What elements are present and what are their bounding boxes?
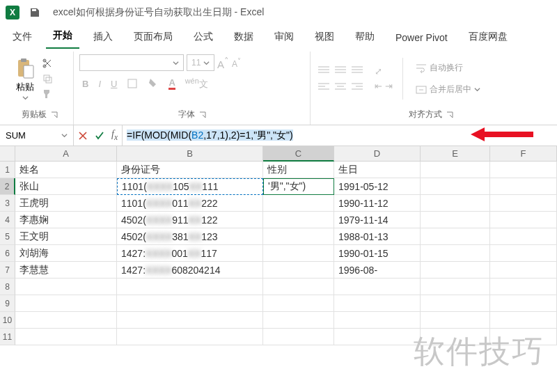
tab-data[interactable]: 数据 bbox=[227, 25, 260, 49]
col-header-D[interactable]: D bbox=[334, 146, 421, 162]
formula-bar[interactable]: =IF(MOD(MID(B2,17,1),2)=1,"男","女") bbox=[123, 125, 557, 146]
row-header-1[interactable]: 1 bbox=[0, 162, 15, 178]
save-icon[interactable] bbox=[29, 7, 40, 18]
merge-center-button[interactable]: 合并后居中 bbox=[413, 82, 483, 97]
cell-C2[interactable]: '男","女") bbox=[263, 178, 334, 195]
cell-C7[interactable] bbox=[263, 262, 334, 279]
tab-home[interactable]: 开始 bbox=[46, 24, 79, 49]
cell-F5[interactable] bbox=[490, 228, 557, 245]
align-left-icon[interactable] bbox=[316, 79, 331, 95]
cell-E7[interactable] bbox=[421, 262, 490, 279]
dialog-launcher-icon[interactable] bbox=[51, 111, 58, 118]
grow-font-icon[interactable]: A˄ bbox=[217, 56, 229, 70]
row-header-7[interactable]: 7 bbox=[0, 262, 15, 279]
cell-F3[interactable] bbox=[490, 195, 557, 212]
cell-A4[interactable]: 李惠娴 bbox=[15, 212, 117, 228]
tab-baidupan[interactable]: 百度网盘 bbox=[462, 25, 515, 49]
cell-B3[interactable]: 1101(XXXX011XX222 bbox=[117, 195, 263, 212]
cell-D6[interactable]: 1990-01-15 bbox=[334, 245, 421, 262]
align-middle-icon[interactable] bbox=[333, 63, 348, 78]
cell-C5[interactable] bbox=[263, 228, 334, 245]
cell-C10[interactable] bbox=[263, 312, 334, 329]
cell-D10[interactable] bbox=[334, 312, 421, 329]
align-center-icon[interactable] bbox=[333, 79, 348, 95]
cell-B2[interactable]: 1101(XXXX105XX111 bbox=[117, 178, 263, 195]
cell-E6[interactable] bbox=[421, 245, 490, 262]
cell-B8[interactable] bbox=[117, 279, 263, 295]
cell-C6[interactable] bbox=[263, 245, 334, 262]
cell-A11[interactable] bbox=[15, 329, 117, 345]
cell-D2[interactable]: 1991-05-12 bbox=[334, 178, 421, 195]
format-painter-icon[interactable] bbox=[42, 88, 53, 100]
row-header-2[interactable]: 2 bbox=[0, 178, 15, 195]
cell-E5[interactable] bbox=[421, 228, 490, 245]
font-size-select[interactable]: 11 bbox=[187, 54, 214, 71]
cell-A5[interactable]: 王文明 bbox=[15, 228, 117, 245]
cell-F1[interactable] bbox=[490, 162, 557, 178]
tab-file[interactable]: 文件 bbox=[6, 25, 39, 49]
cell-C3[interactable] bbox=[263, 195, 334, 212]
cell-F6[interactable] bbox=[490, 245, 557, 262]
cell-C4[interactable] bbox=[263, 212, 334, 228]
tab-help[interactable]: 帮助 bbox=[348, 25, 382, 49]
cell-C1[interactable]: 性别 bbox=[263, 162, 334, 178]
cell-B1[interactable]: 身份证号 bbox=[117, 162, 263, 178]
cut-icon[interactable] bbox=[42, 58, 53, 69]
col-header-E[interactable]: E bbox=[421, 146, 490, 162]
increase-indent-icon[interactable]: ⇥ bbox=[385, 81, 393, 91]
tab-review[interactable]: 审阅 bbox=[267, 25, 301, 49]
cell-F10[interactable] bbox=[490, 312, 557, 329]
tab-formulas[interactable]: 公式 bbox=[187, 25, 220, 49]
cell-C8[interactable] bbox=[263, 279, 334, 295]
paste-button[interactable]: 粘贴 bbox=[11, 56, 39, 102]
row-header-4[interactable]: 4 bbox=[0, 212, 15, 228]
cell-E9[interactable] bbox=[421, 295, 490, 312]
align-bottom-icon[interactable] bbox=[350, 63, 365, 78]
align-right-icon[interactable] bbox=[350, 79, 365, 95]
cell-F2[interactable] bbox=[490, 178, 557, 195]
fill-color-icon[interactable] bbox=[148, 77, 159, 91]
col-header-B[interactable]: B bbox=[117, 146, 263, 162]
underline-button[interactable]: U bbox=[111, 79, 117, 89]
shrink-font-icon[interactable]: A˅ bbox=[232, 57, 241, 69]
border-icon[interactable] bbox=[127, 78, 138, 89]
cell-B9[interactable] bbox=[117, 295, 263, 312]
cell-A9[interactable] bbox=[15, 295, 117, 312]
row-header-3[interactable]: 3 bbox=[0, 195, 15, 212]
cell-D4[interactable]: 1979-11-14 bbox=[334, 212, 421, 228]
cell-F8[interactable] bbox=[490, 279, 557, 295]
orientation-icon[interactable]: ⤢ bbox=[375, 66, 393, 77]
col-header-C[interactable]: C bbox=[263, 146, 334, 162]
cell-E3[interactable] bbox=[421, 195, 490, 212]
tab-powerpivot[interactable]: Power Pivot bbox=[389, 26, 455, 49]
cell-A2[interactable]: 张山 bbox=[15, 178, 117, 195]
cell-B6[interactable]: 1427:XXXX001XX117 bbox=[117, 245, 263, 262]
row-header-8[interactable]: 8 bbox=[0, 279, 15, 295]
italic-button[interactable]: I bbox=[98, 79, 101, 89]
cell-F9[interactable] bbox=[490, 295, 557, 312]
cell-B7[interactable]: 1427:XXXX608204214 bbox=[117, 262, 263, 279]
copy-icon[interactable] bbox=[42, 73, 53, 84]
tab-view[interactable]: 视图 bbox=[308, 25, 341, 49]
cell-E4[interactable] bbox=[421, 212, 490, 228]
name-box[interactable]: SUM bbox=[0, 125, 74, 146]
row-header-9[interactable]: 9 bbox=[0, 295, 15, 312]
cell-A7[interactable]: 李慧慧 bbox=[15, 262, 117, 279]
col-header-F[interactable]: F bbox=[490, 146, 557, 162]
dialog-launcher-icon[interactable] bbox=[446, 111, 453, 118]
cell-E2[interactable] bbox=[421, 178, 490, 195]
cell-D11[interactable] bbox=[334, 329, 421, 345]
cell-E8[interactable] bbox=[421, 279, 490, 295]
fx-icon[interactable]: fx bbox=[111, 129, 118, 142]
cancel-icon[interactable] bbox=[78, 131, 88, 141]
cell-F4[interactable] bbox=[490, 212, 557, 228]
cell-D1[interactable]: 生日 bbox=[334, 162, 421, 178]
cell-B10[interactable] bbox=[117, 312, 263, 329]
cell-F7[interactable] bbox=[490, 262, 557, 279]
dialog-launcher-icon[interactable] bbox=[199, 111, 206, 118]
font-name-select[interactable] bbox=[79, 54, 184, 71]
tab-layout[interactable]: 页面布局 bbox=[127, 25, 180, 49]
row-header-5[interactable]: 5 bbox=[0, 228, 15, 245]
cell-A10[interactable] bbox=[15, 312, 117, 329]
cell-A3[interactable]: 王虎明 bbox=[15, 195, 117, 212]
